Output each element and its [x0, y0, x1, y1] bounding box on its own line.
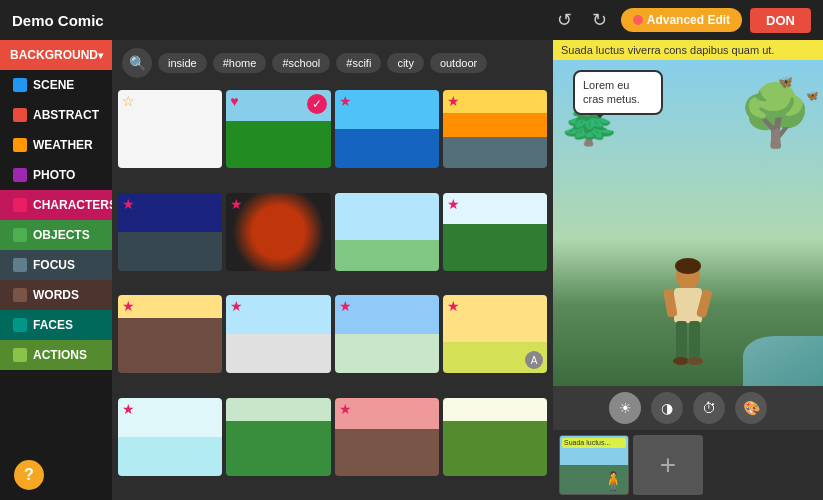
redo-button[interactable]: ↻: [586, 7, 613, 33]
sidebar-item-actions[interactable]: ACTIONS: [0, 340, 112, 370]
grid-item-library[interactable]: ★: [118, 295, 222, 373]
sidebar-item-background[interactable]: BACKGROUND ▾: [0, 40, 112, 70]
desert-badge: A: [525, 351, 543, 369]
background-label: BACKGROUND: [10, 48, 98, 62]
grid-item-city[interactable]: ★: [443, 90, 547, 168]
actions-icon: [13, 348, 27, 362]
objects-icon: [13, 228, 27, 242]
preview-panel: Suada luctus viverra cons dapibus quam u…: [553, 40, 823, 500]
svg-point-1: [675, 258, 701, 274]
grid-item-house[interactable]: [335, 193, 439, 271]
image-grid: ☆ ♥ ✓ ★ ★ ★ ★ ★ ★: [112, 86, 553, 500]
sidebar-item-scene[interactable]: SCENE: [0, 70, 112, 100]
grid-item-greece[interactable]: ★: [226, 295, 330, 373]
favorite-icon: ★: [447, 299, 460, 313]
words-icon: [13, 288, 27, 302]
objects-label: OBJECTS: [33, 228, 90, 242]
thumb-label: Suada luctus...: [562, 438, 626, 448]
thumbnail-strip: Suada luctus... 🧍 +: [553, 430, 823, 500]
favorite-icon: ★: [122, 299, 135, 313]
sun-tool-button[interactable]: ☀: [609, 392, 641, 424]
palette-tool-button[interactable]: 🎨: [735, 392, 767, 424]
favorite-icon: ★: [122, 402, 135, 416]
filter-school[interactable]: #school: [272, 53, 330, 73]
advanced-dot: [633, 15, 643, 25]
butterfly-1: 🦋: [778, 75, 793, 89]
grid-item-barn[interactable]: ★: [335, 295, 439, 373]
grid-item-pine[interactable]: ★: [443, 193, 547, 271]
main-layout: BACKGROUND ▾ SCENE ABSTRACT WEATHER PHOT…: [0, 40, 823, 500]
moon-tool-button[interactable]: ◑: [651, 392, 683, 424]
photo-label: PHOTO: [33, 168, 75, 182]
grid-item-space[interactable]: ★: [226, 193, 330, 271]
grid-item-forest[interactable]: ♥ ✓: [226, 90, 330, 168]
characters-icon: [13, 198, 27, 212]
thumbnail-1[interactable]: Suada luctus... 🧍: [559, 435, 629, 495]
app-title: Demo Comic: [12, 12, 104, 29]
grid-item-blank[interactable]: ☆: [118, 90, 222, 168]
preview-canvas: 🌳 🌲 🦋 🦋 Lorem eu cras metus.: [553, 60, 823, 386]
scene-label: SCENE: [33, 78, 74, 92]
favorite-icon: ★: [230, 299, 243, 313]
weather-label: WEATHER: [33, 138, 93, 152]
filter-inside[interactable]: inside: [158, 53, 207, 73]
speech-text: Lorem eu cras metus.: [583, 79, 640, 105]
add-panel-button[interactable]: +: [633, 435, 703, 495]
focus-icon: [13, 258, 27, 272]
svg-point-6: [687, 357, 703, 365]
characters-label: CHARACTERS: [33, 198, 117, 212]
weather-icon: [13, 138, 27, 152]
grid-item-jungle[interactable]: [226, 398, 330, 476]
undo-button[interactable]: ↺: [551, 7, 578, 33]
sidebar-item-weather[interactable]: WEATHER: [0, 130, 112, 160]
favorite-icon: ☆: [122, 94, 135, 108]
scene-icon: [13, 78, 27, 92]
advanced-edit-button[interactable]: Advanced Edit: [621, 8, 742, 32]
water-element: [743, 336, 823, 386]
chevron-down-icon: ▾: [98, 50, 103, 61]
svg-point-5: [673, 357, 689, 365]
sidebar-item-objects[interactable]: OBJECTS: [0, 220, 112, 250]
grid-item-night[interactable]: ★: [118, 193, 222, 271]
grid-item-desert[interactable]: ★ A: [443, 295, 547, 373]
words-label: WORDS: [33, 288, 79, 302]
actions-label: ACTIONS: [33, 348, 87, 362]
preview-hint: Suada luctus viverra cons dapibus quam u…: [553, 40, 823, 60]
topbar: Demo Comic ↺ ↻ Advanced Edit DON: [0, 0, 823, 40]
sidebar-item-focus[interactable]: FOCUS: [0, 250, 112, 280]
search-button[interactable]: 🔍: [122, 48, 152, 78]
abstract-label: ABSTRACT: [33, 108, 99, 122]
favorite-icon: ★: [339, 299, 352, 313]
selected-icon: ✓: [307, 94, 327, 114]
favorite-icon: ★: [447, 94, 460, 108]
thumb-character: 🧍: [602, 470, 624, 492]
grid-item-ocean[interactable]: ★: [335, 90, 439, 168]
history-tool-button[interactable]: ⏱: [693, 392, 725, 424]
done-button[interactable]: DON: [750, 8, 811, 33]
grid-item-ice[interactable]: ★: [118, 398, 222, 476]
sidebar: BACKGROUND ▾ SCENE ABSTRACT WEATHER PHOT…: [0, 40, 112, 500]
butterfly-2: 🦋: [806, 90, 818, 101]
filter-home[interactable]: #home: [213, 53, 267, 73]
content-area: 🔍 inside #home #school #scifi city outdo…: [112, 40, 553, 500]
grid-item-bamboo[interactable]: [443, 398, 547, 476]
sidebar-item-characters[interactable]: CHARACTERS: [0, 190, 112, 220]
sidebar-item-abstract[interactable]: ABSTRACT: [0, 100, 112, 130]
filter-scifi[interactable]: #scifi: [336, 53, 381, 73]
faces-label: FACES: [33, 318, 73, 332]
favorite-icon: ♥: [230, 94, 238, 108]
sidebar-item-faces[interactable]: FACES: [0, 310, 112, 340]
favorite-icon: ★: [447, 197, 460, 211]
character-svg: [658, 256, 718, 386]
svg-rect-3: [676, 321, 687, 361]
filter-outdoor[interactable]: outdoor: [430, 53, 487, 73]
sidebar-item-photo[interactable]: PHOTO: [0, 160, 112, 190]
favorite-icon: ★: [339, 94, 352, 108]
speech-bubble: Lorem eu cras metus.: [573, 70, 663, 115]
help-button[interactable]: ?: [14, 460, 44, 490]
filter-city[interactable]: city: [387, 53, 424, 73]
sidebar-item-words[interactable]: WORDS: [0, 280, 112, 310]
focus-label: FOCUS: [33, 258, 75, 272]
tree-right: 🌳: [738, 80, 813, 151]
grid-item-rocks[interactable]: ★: [335, 398, 439, 476]
